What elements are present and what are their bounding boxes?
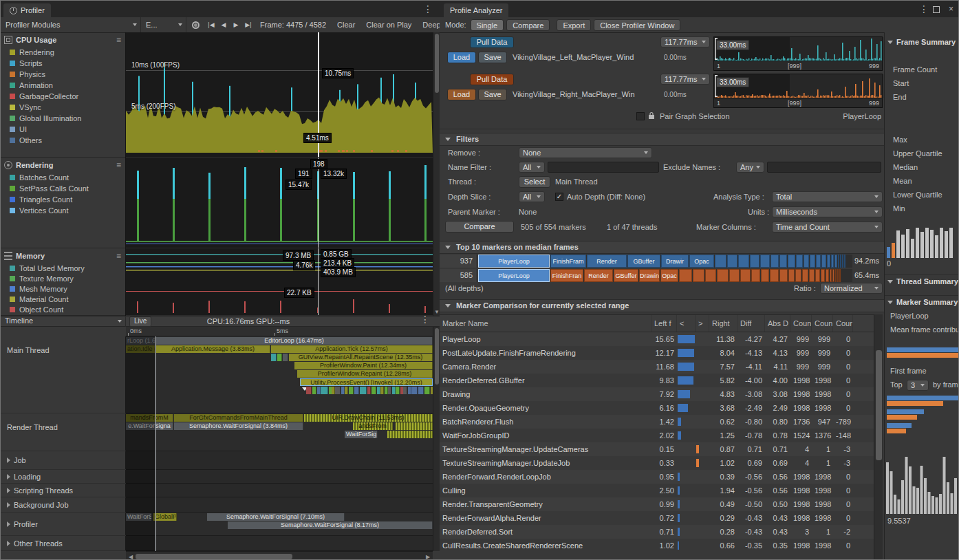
marker-row[interactable]: Drawing7.924.83-3.083.08199819980 <box>440 387 874 401</box>
timeline-block[interactable]: Application.Message (3.83ms) <box>156 345 270 353</box>
marker-segment[interactable] <box>740 269 751 282</box>
scrollbar-thumb[interactable] <box>876 350 882 460</box>
column-header[interactable]: Right <box>709 315 737 332</box>
marker-segment[interactable] <box>795 269 801 282</box>
frame-number[interactable]: 937 <box>440 255 476 268</box>
legend-item[interactable]: Rendering <box>1 47 125 58</box>
units-dropdown[interactable]: Milliseconds <box>772 206 883 217</box>
compare-button[interactable]: Compare <box>445 221 514 233</box>
timeline-block[interactable]: Utility.ProcessEvent() [Invoke] (12.20ms… <box>300 378 433 386</box>
timeline-block[interactable] <box>424 387 430 394</box>
charts-vertical-scrollbar[interactable]: ▼ <box>433 32 440 316</box>
marker-segment[interactable] <box>693 269 704 282</box>
window-menu-icon[interactable]: ⋮ <box>919 3 929 15</box>
marker-row[interactable]: TextureStreamingManager.UpdateJob0.331.0… <box>440 456 874 470</box>
timeline-block[interactable] <box>271 354 277 361</box>
marker-segment[interactable]: Opac <box>689 255 714 268</box>
marker-segment[interactable]: Render <box>584 269 613 282</box>
legend-item[interactable]: Scripts <box>1 58 125 69</box>
legend-item[interactable]: Animation <box>1 80 125 91</box>
marker-segment[interactable]: FinishFram <box>550 255 586 268</box>
column-header[interactable]: > <box>696 315 709 332</box>
column-header[interactable]: Marker Name <box>440 315 651 332</box>
scrollbar-thumb[interactable] <box>435 328 439 385</box>
pair-graph-selection-checkbox[interactable] <box>636 112 645 120</box>
marker-row[interactable]: RenderDeferred.Sort0.710.28-0.430.4331-2 <box>440 525 874 539</box>
timeline-block[interactable]: Application.Tick (12.57ms) <box>271 345 433 353</box>
timeline-flame-graph[interactable]: rLoop (1.6EditorLoop (16.47ms)ation.Idle… <box>126 336 433 551</box>
marker-segment[interactable] <box>835 269 837 282</box>
timeline-block[interactable] <box>371 387 376 394</box>
marker-segment[interactable]: GBuffer <box>627 255 660 268</box>
column-header[interactable]: Coun <box>833 315 853 332</box>
marker-segment[interactable] <box>770 269 779 282</box>
marker-segment[interactable] <box>788 255 795 268</box>
frame-time-dropdown[interactable]: 117.77ms <box>660 74 710 85</box>
marker-segment[interactable] <box>837 269 839 282</box>
column-header[interactable]: < <box>677 315 696 332</box>
memory-chart-canvas[interactable] <box>126 248 433 316</box>
timeline-horizontal-scrollbar[interactable]: ◀ ▶ <box>126 551 433 560</box>
marker-segment[interactable] <box>779 269 788 282</box>
timeline-block[interactable] <box>277 354 282 361</box>
timeline-block[interactable]: ForGfxCommandsFromMainThread <box>174 414 303 422</box>
maximize-icon[interactable] <box>933 6 940 13</box>
module-header[interactable]: Memory≡ <box>1 248 125 263</box>
marker-segment[interactable]: Opac <box>660 269 678 282</box>
marker-segment[interactable] <box>815 269 820 282</box>
timeline-block[interactable] <box>321 387 328 394</box>
marker-segment[interactable] <box>727 255 737 268</box>
foldout-icon[interactable] <box>7 502 10 508</box>
load-button[interactable]: Load <box>447 52 476 63</box>
legend-item[interactable]: Batches Count <box>1 172 125 183</box>
marker-segment[interactable] <box>796 255 803 268</box>
marker-row[interactable]: RenderForwardAlpha.Render0.720.29-0.430.… <box>440 511 874 525</box>
legend-item[interactable]: Material Count <box>1 294 125 304</box>
pull-data-button[interactable]: Pull Data <box>470 74 514 85</box>
marker-segment[interactable] <box>826 269 829 282</box>
marker-segment[interactable]: PlayerLoop <box>478 269 550 282</box>
pull-data-button[interactable]: Pull Data <box>470 36 514 48</box>
marker-segment[interactable] <box>840 255 841 268</box>
marker-columns-dropdown[interactable]: Time and Count <box>772 222 883 233</box>
marker-segment[interactable] <box>802 269 808 282</box>
timeline-block[interactable] <box>418 387 424 394</box>
timeline-block[interactable]: UIR.DrawChain (11.53ms) <box>304 414 433 422</box>
legend-item[interactable]: Vertices Count <box>1 205 125 216</box>
marker-row[interactable]: Culling2.501.94-0.560.56199819980 <box>440 484 874 497</box>
marker-segment[interactable]: Drawir <box>661 255 689 268</box>
rendering-chart[interactable]: 198 191 13.32k 15.47k <box>126 158 433 248</box>
timeline-thread-background-job[interactable]: Background Job <box>1 497 126 513</box>
timeline-block[interactable] <box>411 387 418 394</box>
export-button[interactable]: Export <box>557 19 591 31</box>
timeline-block[interactable] <box>306 387 312 394</box>
legend-item[interactable]: Physics <box>1 69 125 80</box>
timeline-block[interactable] <box>388 387 391 394</box>
marker-segment[interactable] <box>821 255 826 268</box>
timeline-thread-other-threads[interactable]: Other Threads <box>1 536 126 551</box>
marker-segment[interactable] <box>810 255 815 268</box>
marker-segment[interactable] <box>771 255 779 268</box>
marker-segment[interactable] <box>832 269 834 282</box>
module-header[interactable]: Rendering≡ <box>1 158 125 172</box>
timeline-block[interactable]: GUIView.RepaintAll.RepaintScene (12.35ms… <box>289 354 433 361</box>
marker-segment[interactable] <box>738 255 749 268</box>
timeline-thread-loading[interactable]: Loading <box>1 470 126 484</box>
timeline-view-dropdown[interactable]: Timeline <box>1 316 126 327</box>
legend-item[interactable]: Mesh Memory <box>1 283 125 294</box>
profiler-modules-dropdown[interactable]: Profiler Modules <box>1 17 141 32</box>
legend-item[interactable]: VSync <box>1 102 125 113</box>
timeline-block[interactable] <box>354 387 359 394</box>
module-options-icon[interactable]: ≡ <box>116 251 121 261</box>
timeline-block[interactable] <box>349 387 354 394</box>
marker-summary-header[interactable]: Marker Summary <box>887 298 958 306</box>
timeline-block[interactable]: Semaphore.WaitForSignal (8.17ms) <box>228 521 433 529</box>
legend-item[interactable]: Global Illumination <box>1 113 125 124</box>
timeline-block[interactable]: WaitForSig <box>345 431 378 438</box>
timeline-block[interactable]: EditorLoop (16.47ms) <box>156 337 433 345</box>
timeline-thread-profiler[interactable]: Profiler <box>1 513 126 536</box>
marker-row[interactable]: TextureStreamingManager.UpdateCameras0.1… <box>440 442 874 456</box>
module-options-icon[interactable]: ≡ <box>116 160 121 170</box>
timeline-block[interactable] <box>335 387 341 394</box>
prev-frame-button[interactable]: ◀ <box>217 21 230 28</box>
